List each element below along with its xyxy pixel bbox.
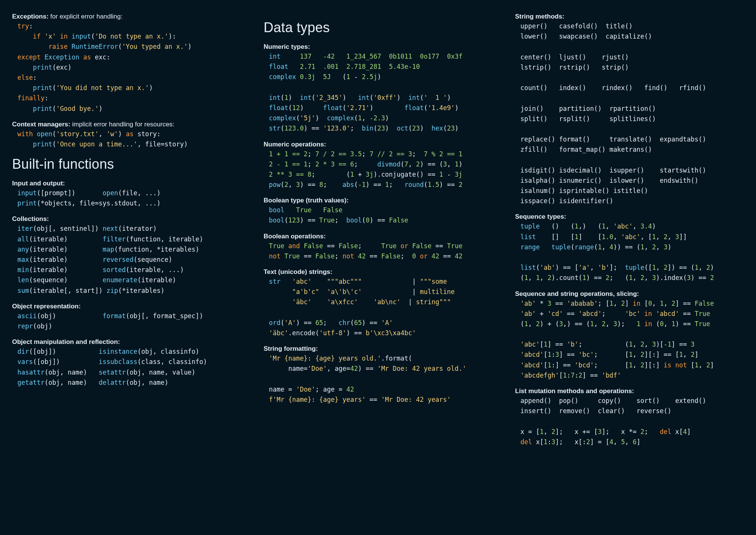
context-managers-header: Context managers: implicit error handlin… xyxy=(12,121,241,128)
numeric-types-code: int 137 -42 1_234_567 0b1011 0o177 0x3f … xyxy=(264,51,492,134)
reflection-code: dir([obj]) isinstance(obj, classinfo) va… xyxy=(12,347,241,388)
list-mutation-code: append() pop() copy() sort() extend() in… xyxy=(515,396,744,447)
bool-type-code: bool True False bool(123) == True; bool(… xyxy=(264,205,492,226)
cheatsheet-page: Exceptions: for explicit error handling:… xyxy=(0,0,756,467)
exceptions-title: Exceptions: xyxy=(12,13,48,20)
sequence-types-title: Sequence types: xyxy=(515,213,744,221)
column-1: Exceptions: for explicit error handling:… xyxy=(12,13,241,454)
bool-type-title: Boolean type (truth values): xyxy=(264,197,492,204)
bool-ops-code: True and False == False; True or False =… xyxy=(264,241,492,261)
string-methods-title: String methods: xyxy=(515,13,744,20)
numeric-ops-title: Numeric operations: xyxy=(264,141,492,148)
column-3: String methods: upper() casefold() title… xyxy=(515,13,744,454)
datatypes-heading: Data types xyxy=(264,20,492,36)
text-strings-title: Text (unicode) strings: xyxy=(264,268,492,276)
io-code: input([prompt]) open(file, ...) print(*o… xyxy=(12,188,241,208)
numeric-types-title: Numeric types: xyxy=(264,43,492,51)
builtins-heading: Built-in functions xyxy=(12,156,241,172)
reflection-title: Object manipulation and reflection: xyxy=(12,338,241,346)
string-methods-code: upper() casefold() title() lower() swapc… xyxy=(515,21,744,206)
ctx-title: Context managers: xyxy=(12,121,70,128)
context-managers-code: with open('story.txt', 'w') as story: pr… xyxy=(12,129,241,149)
sequence-ops-title: Sequence and string operations, slicing: xyxy=(515,290,744,298)
collections-title: Collections: xyxy=(12,215,241,223)
bool-ops-title: Boolean operations: xyxy=(264,233,492,240)
list-mutation-title: List mutation methods and operations: xyxy=(515,387,744,395)
numeric-ops-code: 1 + 1 == 2; 7 / 2 == 3.5; 7 // 2 == 3; 7… xyxy=(264,149,492,190)
ctx-subtitle: implicit error handling for resources: xyxy=(70,121,174,128)
exceptions-header: Exceptions: for explicit error handling: xyxy=(12,13,241,20)
collections-code: iter(obj[, sentinel]) next(iterator) all… xyxy=(12,224,241,295)
repr-code: ascii(obj) format(obj[, format_spec]) re… xyxy=(12,311,241,331)
repr-title: Object representation: xyxy=(12,303,241,310)
io-title: Input and output: xyxy=(12,180,241,187)
sequence-ops-code: 'ab' * 3 == 'ababab'; [1, 2] in [0, 1, 2… xyxy=(515,299,744,381)
text-strings-code: str 'abc' """abc""" | """some "a'b'c" 'a… xyxy=(264,277,492,338)
sequence-types-code: tuple () (1,) (1, 'abc', 3.4) list [] [1… xyxy=(515,221,744,283)
column-2: Data types Numeric types: int 137 -42 1_… xyxy=(264,13,492,454)
exceptions-subtitle: for explicit error handling: xyxy=(48,13,123,20)
string-formatting-title: String formatting: xyxy=(264,345,492,353)
string-formatting-code: 'Mr {name}: {age} years old.'.format( na… xyxy=(264,353,492,405)
exceptions-code: try: if 'x' in input('Do not type an x.'… xyxy=(12,21,241,114)
